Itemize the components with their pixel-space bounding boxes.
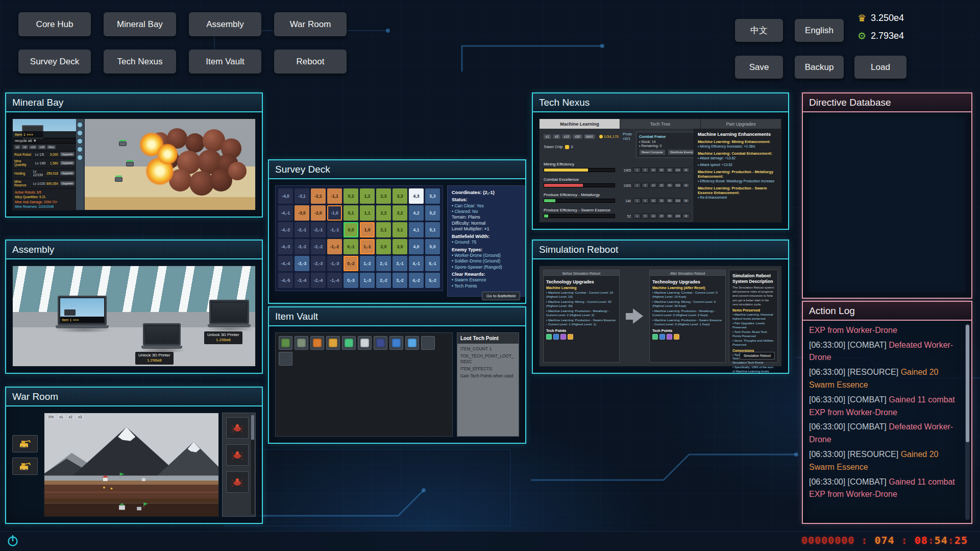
war-speed-chip[interactable]: 0% — [46, 415, 56, 419]
tech-step-button[interactable]: 50 — [666, 167, 673, 173]
vault-slot-empty[interactable] — [421, 336, 435, 350]
survey-tile--2_-4[interactable]: -2,-4 — [311, 273, 326, 288]
survey-tile--4_-1[interactable]: -4,-1 — [278, 205, 293, 221]
survey-tile-3_3[interactable]: 3,3 — [393, 188, 407, 204]
tech-step-button[interactable]: 25 — [658, 198, 665, 203]
tech-step-button[interactable]: 100 — [674, 213, 681, 219]
tech-step-button[interactable]: 10 — [650, 167, 657, 173]
nav-button-war-room[interactable]: War Room — [274, 12, 347, 36]
survey-tile-4_1[interactable]: 4,1 — [409, 222, 424, 237]
war-speed-chip[interactable]: x1 — [57, 415, 65, 419]
tech-tab-machine-learning[interactable]: Machine Learning — [540, 119, 620, 129]
tech-step-button[interactable]: 5 — [642, 213, 649, 219]
survey-tile--4_-4[interactable]: -4,-4 — [278, 256, 293, 271]
tech-step-button[interactable]: 10 — [650, 213, 657, 219]
survey-tile-5_-1[interactable]: 5,-1 — [425, 256, 440, 271]
tech-step-button[interactable]: 5 — [642, 198, 649, 203]
assembly-screenshot[interactable]: Item 1 ××× Unlock 3D Printer 1.296e8 — [12, 266, 256, 367]
nav-button-mineral-bay[interactable]: Mineral Bay — [104, 12, 176, 36]
distribute-evenly-button[interactable]: Distribute Evenly — [668, 149, 696, 155]
load-button[interactable]: Load — [854, 56, 906, 79]
power-icon[interactable] — [6, 534, 19, 547]
survey-tile--1_1[interactable]: -1,1 — [327, 188, 342, 204]
survey-tile--3_-4[interactable]: -3,-4 — [295, 273, 309, 288]
tech-step-button[interactable]: 10 — [650, 198, 657, 203]
tech-buy-chip[interactable]: x50 — [573, 134, 582, 139]
tech-step-button[interactable]: M — [682, 198, 690, 203]
survey-tile--4_-5[interactable]: -4,-5 — [278, 273, 293, 288]
survey-tile--2_0[interactable]: -2,0 — [311, 205, 326, 221]
survey-tile-4_2[interactable]: 4,2 — [409, 205, 424, 221]
simulation-reboot-button[interactable]: Simulation Reboot — [740, 352, 775, 360]
enemy-list-scrollbar[interactable] — [251, 415, 254, 514]
language-en-button[interactable]: English — [795, 19, 844, 42]
tech-step-button[interactable]: 25 — [658, 183, 665, 188]
war-speed-chip[interactable]: x3 — [76, 415, 84, 419]
survey-tile-3_2[interactable]: 3,2 — [393, 205, 407, 221]
vault-slot[interactable] — [374, 336, 387, 350]
survey-tile-2_-1[interactable]: 2,-1 — [376, 256, 391, 271]
unit-card[interactable] — [12, 458, 38, 475]
log-scrollbar-thumb[interactable] — [966, 325, 969, 442]
survey-tile--4_-3[interactable]: -4,-3 — [278, 239, 293, 254]
upgrade-button[interactable]: Upgrade — [60, 181, 75, 185]
vault-slot[interactable] — [342, 336, 356, 350]
survey-tile-1_-1[interactable]: 1,-1 — [360, 239, 375, 254]
survey-tile-1_0[interactable]: 1,0 — [360, 222, 375, 237]
tech-step-button[interactable]: 100 — [674, 167, 681, 173]
mineral-buy-chip[interactable]: x25 — [38, 145, 46, 149]
nav-button-reboot[interactable]: Reboot — [274, 50, 347, 74]
tech-step-button[interactable]: 100 — [674, 183, 681, 188]
survey-tile-3_-2[interactable]: 3,-2 — [393, 273, 407, 288]
tech-step-button[interactable]: 25 — [658, 167, 665, 173]
enemy-unit-slot[interactable] — [226, 444, 249, 466]
tech-buy-chip[interactable]: MAX — [584, 134, 595, 139]
survey-tile-3_-1[interactable]: 3,-1 — [393, 256, 407, 271]
survey-tile--3_-1[interactable]: -3,-1 — [295, 222, 309, 237]
survey-tile--2_-1[interactable]: -2,-1 — [311, 222, 326, 237]
survey-tile-0_0[interactable]: 0,0 — [344, 222, 358, 237]
war-room-screenshot[interactable]: 0%x1x2x3 — [12, 413, 256, 517]
survey-tile-1_1[interactable]: 1,1 — [360, 205, 375, 221]
tech-step-button[interactable]: 10 — [650, 183, 657, 188]
survey-tile-2_3[interactable]: 2,3 — [376, 188, 391, 204]
survey-tile-5_2[interactable]: 5,2 — [425, 205, 440, 221]
mineral-buy-chip[interactable]: x5 — [21, 145, 28, 149]
survey-tile--2_-2[interactable]: -2,-2 — [311, 239, 326, 254]
vault-slot[interactable] — [295, 336, 308, 350]
tech-step-button[interactable]: M — [682, 213, 690, 219]
survey-tile--4_0[interactable]: -4,0 — [278, 188, 293, 204]
survey-tile-0_-2[interactable]: 0,-2 — [344, 256, 358, 271]
survey-tile--4_-2[interactable]: -4,-2 — [278, 222, 293, 237]
enemy-unit-slot[interactable] — [226, 471, 249, 493]
survey-tile--1_-4[interactable]: -1,-4 — [327, 273, 342, 288]
assembly-machine-3[interactable] — [209, 300, 251, 327]
survey-tile-5_0[interactable]: 5,0 — [425, 239, 440, 254]
survey-tile-4_0[interactable]: 4,0 — [409, 239, 424, 254]
survey-tile--3_-2[interactable]: -3,-2 — [295, 239, 309, 254]
survey-tile--3_1[interactable]: -3,1 — [295, 188, 309, 204]
unit-card[interactable] — [12, 435, 38, 452]
survey-tile-4_-2[interactable]: 4,-2 — [409, 273, 424, 288]
survey-tile-4_3[interactable]: 4,3 — [409, 188, 424, 204]
nav-button-item-vault[interactable]: Item Vault — [189, 50, 261, 74]
vault-slot[interactable] — [358, 336, 372, 350]
survey-tile-1_-2[interactable]: 1,-2 — [360, 256, 375, 271]
vault-slot[interactable] — [389, 336, 403, 350]
survey-tile--3_-3[interactable]: -3,-3 — [295, 256, 309, 271]
survey-tile--3_0[interactable]: -3,0 — [295, 205, 309, 221]
tech-step-button[interactable]: 100 — [674, 198, 681, 203]
survey-tile-2_-2[interactable]: 2,-2 — [376, 273, 391, 288]
assembly-machine-1[interactable]: Item 1 ××× — [58, 296, 109, 328]
survey-tile-4_-1[interactable]: 4,-1 — [409, 256, 424, 271]
go-to-battlefield-button[interactable]: Go to Battlefield — [482, 292, 520, 300]
survey-tile--1_-3[interactable]: -1,-3 — [327, 256, 342, 271]
tech-step-button[interactable]: 5 — [642, 167, 649, 173]
survey-tile--1_-1[interactable]: -1,-1 — [327, 222, 342, 237]
tech-step-button[interactable]: 1 — [633, 183, 641, 188]
backup-button[interactable]: Backup — [795, 56, 844, 79]
tech-step-button[interactable]: 50 — [666, 183, 673, 188]
tech-step-button[interactable]: M — [682, 183, 690, 188]
survey-tile-0_2[interactable]: 0,2 — [344, 188, 358, 204]
war-speed-chip[interactable]: x2 — [67, 415, 75, 419]
